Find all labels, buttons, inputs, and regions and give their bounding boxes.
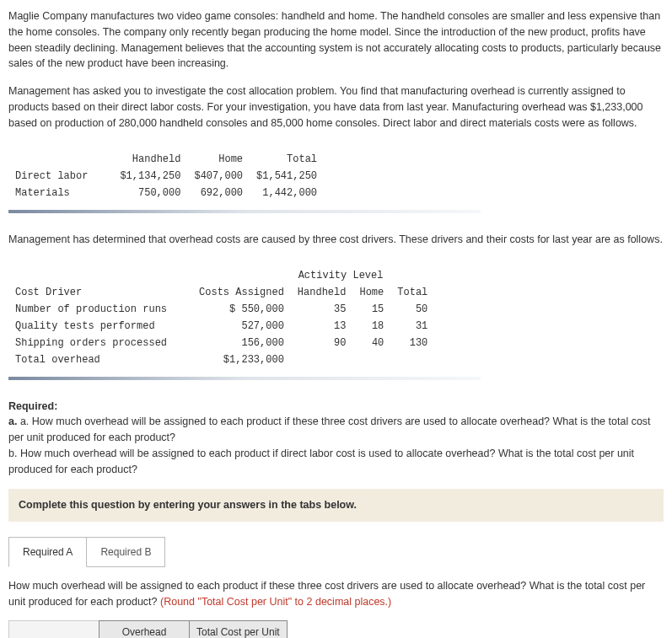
- table-row: Direct labor $1,134,250 $407,000 $1,541,…: [8, 168, 324, 185]
- table-row-total: Total overhead $1,233,000: [8, 351, 434, 368]
- col-total: Total: [390, 284, 434, 301]
- tab-required-b[interactable]: Required B: [87, 537, 165, 567]
- cell: 527,000: [192, 318, 291, 335]
- answer-tabs: Required A Required B: [8, 537, 664, 567]
- col-handheld: Handheld: [113, 151, 187, 168]
- intro-paragraph-1: Maglie Company manufactures two video ga…: [8, 8, 664, 72]
- cell: $1,233,000: [192, 351, 291, 368]
- cell: $407,000: [187, 168, 250, 185]
- table-row: Materials 750,000 692,000 1,442,000: [8, 185, 324, 201]
- cell: 35: [291, 301, 353, 318]
- cost-driver-table: Activity Level Cost Driver Costs Assigne…: [8, 267, 434, 368]
- intro-paragraph-2: Management has asked you to investigate …: [8, 83, 664, 131]
- activity-level-header: Activity Level: [291, 267, 390, 284]
- table-row: Shipping orders processed 156,000 90 40 …: [8, 335, 434, 351]
- cell: $1,541,250: [250, 168, 324, 185]
- cell: $1,134,250: [113, 168, 187, 185]
- divider-bar: [8, 210, 481, 213]
- cell: 18: [352, 318, 390, 335]
- required-a-full: a. How much overhead will be assigned to…: [8, 416, 651, 443]
- mid-paragraph: Management has determined that overhead …: [8, 232, 664, 248]
- cell: 31: [390, 318, 434, 335]
- corner-cell: [9, 620, 99, 638]
- cell: 90: [291, 335, 353, 351]
- col-home: Home: [352, 284, 390, 301]
- required-block: Required: a. a. How much overhead will b…: [8, 399, 664, 478]
- direct-costs-table: Handheld Home Total Direct labor $1,134,…: [8, 151, 324, 201]
- row-label: Materials: [8, 185, 113, 201]
- table-row: Number of production runs $ 550,000 35 1…: [8, 301, 434, 318]
- tab-a-prompt: How much overhead will be assigned to ea…: [8, 578, 664, 610]
- required-a: a. a. How much overhead will be assigned…: [8, 416, 20, 427]
- required-b-full: b. How much overhead will be assigned to…: [8, 448, 634, 475]
- table-row: Quality tests performed 527,000 13 18 31: [8, 318, 434, 335]
- col-handheld: Handheld: [291, 284, 353, 301]
- cell: 750,000: [113, 185, 187, 201]
- cell: 130: [390, 335, 434, 351]
- col-home: Home: [187, 151, 250, 168]
- cell: 40: [352, 335, 390, 351]
- cell: 692,000: [187, 185, 250, 201]
- cell: Number of production runs: [8, 301, 192, 318]
- answer-table: Overhead Total Cost per Unit Handheld Ho…: [8, 620, 288, 639]
- col-total-cost-per-unit: Total Cost per Unit: [190, 620, 288, 638]
- tab-panel-a: How much overhead will be assigned to ea…: [8, 566, 664, 638]
- tab-required-a[interactable]: Required A: [8, 537, 87, 567]
- col-costs: Costs Assigned: [192, 284, 291, 301]
- cell: Quality tests performed: [8, 318, 192, 335]
- row-label: Direct labor: [8, 168, 113, 185]
- cell: Shipping orders processed: [8, 335, 192, 351]
- required-title: Required:: [8, 400, 57, 412]
- col-overhead: Overhead: [99, 620, 190, 638]
- cell: 15: [352, 301, 390, 318]
- instruction-box: Complete this question by entering your …: [8, 489, 664, 522]
- cell: 50: [390, 301, 434, 318]
- cell: 1,442,000: [250, 185, 324, 201]
- col-total: Total: [250, 151, 324, 168]
- tab-a-hint: (Round "Total Cost per Unit" to 2 decima…: [160, 596, 391, 608]
- divider-bar: [8, 377, 481, 380]
- cell: Total overhead: [8, 351, 192, 368]
- cell: 13: [291, 318, 353, 335]
- cell: $ 550,000: [192, 301, 291, 318]
- cell: 156,000: [192, 335, 291, 351]
- col-driver: Cost Driver: [8, 284, 192, 301]
